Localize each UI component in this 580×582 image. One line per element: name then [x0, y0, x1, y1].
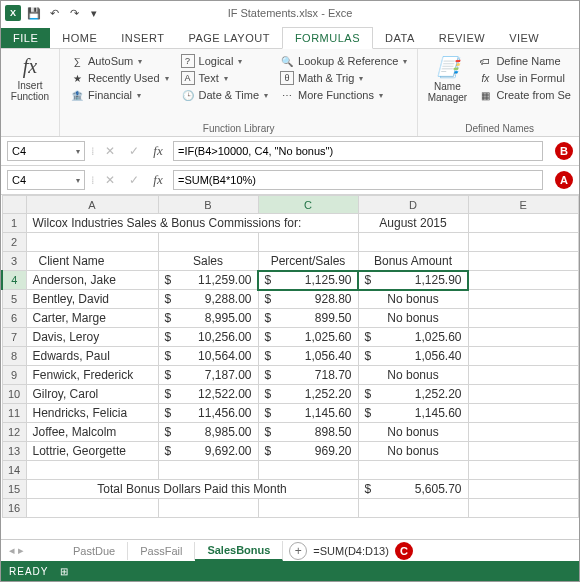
undo-icon[interactable]: ↶: [47, 6, 61, 20]
header-client-name[interactable]: Client Name: [26, 252, 158, 271]
cell-name[interactable]: Joffee, Malcolm: [26, 423, 158, 442]
cell-bonus[interactable]: No bonus: [358, 309, 468, 328]
cell-bonus[interactable]: $1,025.60: [358, 328, 468, 347]
cell-title[interactable]: Wilcox Industries Sales & Bonus Commissi…: [26, 214, 358, 233]
cell-percent[interactable]: $1,025.60: [258, 328, 358, 347]
cell-percent[interactable]: $928.80: [258, 290, 358, 309]
cell-sales[interactable]: $12,522.00: [158, 385, 258, 404]
tab-page-layout[interactable]: PAGE LAYOUT: [176, 28, 282, 48]
cell[interactable]: [468, 290, 579, 309]
row-header-2[interactable]: 2: [2, 233, 26, 252]
fx-button[interactable]: fx: [149, 142, 167, 160]
row-header-1[interactable]: 1: [2, 214, 26, 233]
cell-sales[interactable]: $11,456.00: [158, 404, 258, 423]
cell-name[interactable]: Davis, Leroy: [26, 328, 158, 347]
text-button[interactable]: AText▾: [177, 70, 273, 86]
name-box-2[interactable]: C4▾: [7, 170, 85, 190]
financial-button[interactable]: 🏦Financial▾: [66, 87, 173, 103]
qat-customize-icon[interactable]: ▾: [87, 6, 101, 20]
logical-button[interactable]: ?Logical▾: [177, 53, 273, 69]
cell-sales[interactable]: $11,259.00: [158, 271, 258, 290]
cell[interactable]: [468, 423, 579, 442]
more-functions-button[interactable]: ⋯More Functions▾: [276, 87, 411, 103]
enter-formula-button[interactable]: ✓: [125, 142, 143, 160]
cell-date[interactable]: August 2015: [358, 214, 468, 233]
cell-percent[interactable]: $1,125.90: [258, 271, 358, 290]
col-header-e[interactable]: E: [468, 196, 579, 214]
cell-name[interactable]: Bentley, David: [26, 290, 158, 309]
formula-input-b[interactable]: =IF(B4>10000, C4, "No bonus"): [173, 141, 543, 161]
tab-formulas[interactable]: FORMULAS: [282, 27, 373, 49]
sheet-nav[interactable]: ◂ ▸: [9, 544, 24, 557]
select-all-corner[interactable]: [2, 196, 26, 214]
cell[interactable]: [468, 404, 579, 423]
autosum-button[interactable]: ∑AutoSum▾: [66, 53, 173, 69]
redo-icon[interactable]: ↷: [67, 6, 81, 20]
cell-name[interactable]: Edwards, Paul: [26, 347, 158, 366]
cell-bonus[interactable]: $1,252.20: [358, 385, 468, 404]
header-bonus-amount[interactable]: Bonus Amount: [358, 252, 468, 271]
cell-percent[interactable]: $899.50: [258, 309, 358, 328]
add-sheet-button[interactable]: +: [289, 542, 307, 560]
cell[interactable]: [468, 271, 579, 290]
cell-sales[interactable]: $10,256.00: [158, 328, 258, 347]
cell-name[interactable]: Fenwick, Frederick: [26, 366, 158, 385]
row-header-4[interactable]: 4: [2, 271, 26, 290]
cell-percent[interactable]: $1,056.40: [258, 347, 358, 366]
sheet-tab-passfail[interactable]: PassFail: [128, 542, 195, 560]
cell-bonus[interactable]: No bonus: [358, 442, 468, 461]
define-name-button[interactable]: 🏷Define Name: [474, 53, 575, 69]
cell[interactable]: [468, 347, 579, 366]
row-header-5[interactable]: 5: [2, 290, 26, 309]
tab-file[interactable]: FILE: [1, 28, 50, 48]
lookup-reference-button[interactable]: 🔍Lookup & Reference▾: [276, 53, 411, 69]
cell-sales[interactable]: $8,985.00: [158, 423, 258, 442]
col-header-c[interactable]: C: [258, 196, 358, 214]
save-icon[interactable]: 💾: [27, 6, 41, 20]
cell-percent[interactable]: $1,145.60: [258, 404, 358, 423]
row-header-6[interactable]: 6: [2, 309, 26, 328]
header-sales[interactable]: Sales: [158, 252, 258, 271]
cell[interactable]: [468, 309, 579, 328]
cell-sales[interactable]: $9,692.00: [158, 442, 258, 461]
row-header-12[interactable]: 12: [2, 423, 26, 442]
cell[interactable]: [468, 366, 579, 385]
cell-name[interactable]: Gilroy, Carol: [26, 385, 158, 404]
cell-bonus[interactable]: $1,056.40: [358, 347, 468, 366]
cell-name[interactable]: Hendricks, Felicia: [26, 404, 158, 423]
cancel-formula-button[interactable]: ✕: [101, 142, 119, 160]
cell-bonus[interactable]: No bonus: [358, 290, 468, 309]
cell-bonus[interactable]: $1,145.60: [358, 404, 468, 423]
cell-percent[interactable]: $898.50: [258, 423, 358, 442]
cancel-formula-button-2[interactable]: ✕: [101, 171, 119, 189]
total-value[interactable]: $5,605.70: [358, 480, 468, 499]
row-header-9[interactable]: 9: [2, 366, 26, 385]
cell-bonus[interactable]: No bonus: [358, 423, 468, 442]
cell-name[interactable]: Carter, Marge: [26, 309, 158, 328]
tab-insert[interactable]: INSERT: [109, 28, 176, 48]
total-label[interactable]: Total Bonus Dollars Paid this Month: [26, 480, 358, 499]
date-time-button[interactable]: 🕒Date & Time▾: [177, 87, 273, 103]
tab-view[interactable]: VIEW: [497, 28, 551, 48]
cell-bonus[interactable]: $1,125.90: [358, 271, 468, 290]
fx-button-2[interactable]: fx: [149, 171, 167, 189]
tab-review[interactable]: REVIEW: [427, 28, 497, 48]
math-trig-button[interactable]: θMath & Trig▾: [276, 70, 411, 86]
cell[interactable]: [468, 385, 579, 404]
cell-sales[interactable]: $9,288.00: [158, 290, 258, 309]
row-header-14[interactable]: 14: [2, 461, 26, 480]
row-header-8[interactable]: 8: [2, 347, 26, 366]
col-header-a[interactable]: A: [26, 196, 158, 214]
name-manager-button[interactable]: 📑 Name Manager: [424, 53, 470, 121]
cell-percent[interactable]: $969.20: [258, 442, 358, 461]
use-in-formula-button[interactable]: fxUse in Formul: [474, 70, 575, 86]
create-from-selection-button[interactable]: ▦Create from Se: [474, 87, 575, 103]
cell-percent[interactable]: $718.70: [258, 366, 358, 385]
row-header-15[interactable]: 15: [2, 480, 26, 499]
cell-percent[interactable]: $1,252.20: [258, 385, 358, 404]
tab-data[interactable]: DATA: [373, 28, 427, 48]
cell-sales[interactable]: $8,995.00: [158, 309, 258, 328]
cell-name[interactable]: Anderson, Jake: [26, 271, 158, 290]
formula-input-a[interactable]: =SUM(B4*10%): [173, 170, 543, 190]
row-header-16[interactable]: 16: [2, 499, 26, 518]
